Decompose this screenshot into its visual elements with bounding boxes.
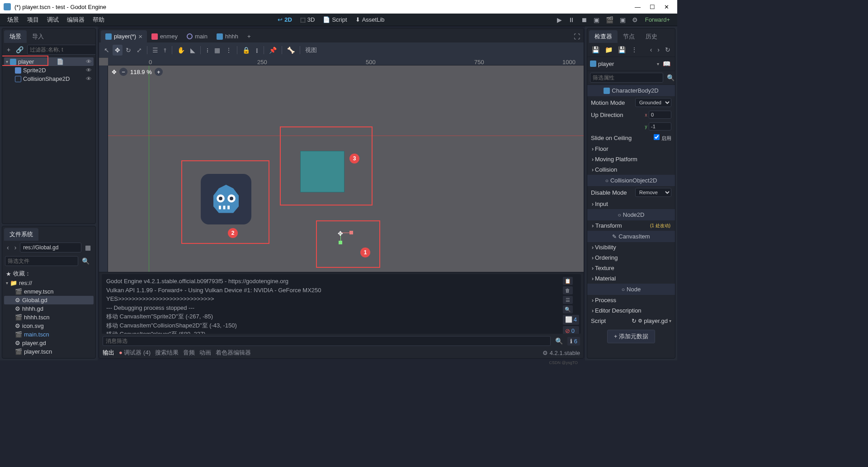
- group-moving-platform[interactable]: › Moving Platform: [587, 154, 675, 164]
- up-y-input[interactable]: [649, 122, 671, 131]
- fwd-icon[interactable]: ›: [656, 45, 661, 55]
- tab-search[interactable]: 搜索结果: [155, 349, 179, 357]
- menu-debug[interactable]: 调试: [43, 14, 62, 26]
- minimize-icon[interactable]: —: [635, 4, 641, 10]
- zoom-out-button[interactable]: −: [119, 68, 127, 76]
- mode-script[interactable]: 📄 Script: [319, 14, 350, 25]
- fs-file[interactable]: 🎬 enmey.tscn: [4, 287, 94, 296]
- search-icon[interactable]: 🔍: [553, 336, 565, 346]
- slide-checkbox[interactable]: [654, 134, 660, 140]
- add-metadata-button[interactable]: + 添加元数据: [607, 330, 655, 343]
- tab-output[interactable]: 输出: [103, 349, 114, 357]
- tab-filesystem[interactable]: 文件系统: [4, 228, 38, 241]
- view-menu[interactable]: 视图: [303, 44, 319, 56]
- tree-root-player[interactable]: ▾ player 📄 👁: [4, 57, 94, 66]
- back-icon[interactable]: ‹: [5, 243, 11, 252]
- copy-output-icon[interactable]: 📋: [563, 277, 573, 285]
- grid-tool[interactable]: ▦: [212, 45, 222, 56]
- insp-save-icon[interactable]: 💾: [590, 45, 601, 55]
- section-canvasitem[interactable]: ✎ CanvasItem: [587, 231, 675, 242]
- scene-tab-main[interactable]: main: [182, 31, 212, 42]
- list-tool[interactable]: ☰: [150, 45, 160, 56]
- scale-tool[interactable]: ⤢: [134, 45, 144, 56]
- fs-file[interactable]: ⚙ hhhh.gd: [4, 304, 94, 313]
- doc-icon[interactable]: 📖: [661, 59, 672, 69]
- zoom-in-button[interactable]: +: [155, 68, 163, 76]
- filesystem-path[interactable]: res://Global.gd: [20, 243, 81, 252]
- center-view-icon[interactable]: ✥: [112, 69, 117, 75]
- tab-shader[interactable]: 着色器编辑器: [216, 349, 251, 357]
- mode-2d[interactable]: ↩ 2D: [274, 14, 296, 25]
- motion-mode-select[interactable]: Grounded: [635, 98, 671, 107]
- distraction-free-icon[interactable]: ⛶: [572, 32, 582, 42]
- group-transform[interactable]: › Transform(1 处改动): [587, 220, 675, 231]
- back-icon[interactable]: ‹: [648, 45, 654, 55]
- error-red-badge[interactable]: ⊘0: [563, 326, 579, 334]
- up-x-input[interactable]: [649, 111, 671, 119]
- insp-disk-icon[interactable]: 💾: [616, 45, 627, 55]
- tab-debugger[interactable]: ● 调试器 (4): [119, 349, 151, 357]
- filesystem-filter-input[interactable]: [5, 256, 78, 266]
- fs-res-root[interactable]: ▾📁 res://: [4, 279, 94, 287]
- snap-tool[interactable]: ⫶: [203, 45, 211, 56]
- renderer-mode[interactable]: Forward+: [642, 14, 674, 25]
- scene-tab-enmey[interactable]: enmey: [147, 31, 182, 42]
- refresh-icon[interactable]: ↻: [663, 45, 672, 55]
- group-editor-desc[interactable]: › Editor Description: [587, 305, 675, 316]
- group-input[interactable]: › Input: [587, 199, 675, 209]
- fs-more-icon[interactable]: ⋮: [93, 256, 96, 266]
- scene-filter-input[interactable]: [27, 45, 96, 55]
- scene-tab-hhhh[interactable]: hhhh: [212, 31, 243, 42]
- render-icon[interactable]: ⚙: [629, 14, 641, 25]
- toggle-lines-icon[interactable]: ☰: [563, 296, 573, 304]
- inspected-object[interactable]: player: [598, 61, 655, 67]
- menu-project[interactable]: 项目: [24, 14, 42, 26]
- stop-button[interactable]: ⏹: [578, 14, 590, 25]
- fs-file[interactable]: ⚙ player.gd: [4, 339, 94, 347]
- clear-output-icon[interactable]: 🗑: [563, 286, 573, 294]
- pause-button[interactable]: ⏸: [566, 14, 577, 25]
- menu-scene[interactable]: 场景: [4, 14, 23, 26]
- group-visibility[interactable]: › Visibility: [587, 242, 675, 252]
- tab-node[interactable]: 节点: [618, 30, 640, 43]
- maximize-icon[interactable]: ☐: [650, 4, 655, 10]
- visibility-icon[interactable]: 👁: [86, 67, 92, 74]
- close-tab-icon[interactable]: ×: [138, 33, 142, 40]
- ruler2-tool[interactable]: ◣: [188, 45, 198, 56]
- tab-audio[interactable]: 音频: [183, 349, 195, 357]
- disable-mode-select[interactable]: Remove: [635, 188, 671, 197]
- lock-tool[interactable]: 🔒: [240, 45, 252, 56]
- menu-editor[interactable]: 编辑器: [63, 14, 88, 26]
- group-material[interactable]: › Material: [587, 273, 675, 284]
- tab-scene[interactable]: 场景: [4, 30, 27, 43]
- close-icon[interactable]: ✕: [664, 4, 669, 10]
- rotate-tool[interactable]: ↻: [123, 45, 133, 56]
- tab-inspector[interactable]: 检查器: [589, 30, 618, 43]
- fs-file[interactable]: 🎬 player.tscn: [4, 347, 94, 356]
- remote-button[interactable]: ▣: [591, 14, 602, 25]
- tab-animation[interactable]: 动画: [199, 349, 211, 357]
- pan-tool[interactable]: ✋: [175, 45, 187, 56]
- insp-load-icon[interactable]: 📁: [603, 45, 614, 55]
- inspector-filter-input[interactable]: [590, 73, 663, 83]
- snap-opts[interactable]: ⋮: [223, 45, 234, 56]
- mode-3d[interactable]: ⬚ 3D: [297, 14, 319, 25]
- output-console[interactable]: Godot Engine v4.2.1.stable.official.b09f…: [102, 274, 581, 334]
- visibility-icon[interactable]: 👁: [86, 75, 92, 82]
- section-characterbody2d[interactable]: CharacterBody2D: [587, 85, 675, 96]
- group-texture[interactable]: › Texture: [587, 263, 675, 273]
- fs-favorites[interactable]: ★ 收藏：: [4, 269, 94, 279]
- menu-help[interactable]: 帮助: [89, 14, 108, 26]
- tree-sprite2d[interactable]: Sprite2D 👁: [4, 66, 94, 75]
- move-tool[interactable]: ✥: [113, 45, 123, 56]
- new-tab-button[interactable]: +: [243, 31, 255, 42]
- fwd-icon[interactable]: ›: [13, 243, 19, 252]
- script-value[interactable]: player.gd: [644, 318, 668, 324]
- tree-collisionshape2d[interactable]: CollisionShape2D 👁: [4, 75, 94, 83]
- fs-file[interactable]: ⚙ Global.gd: [4, 296, 94, 304]
- group-tool[interactable]: ⫿: [253, 45, 261, 56]
- script-icon[interactable]: 📄: [57, 58, 64, 65]
- section-node2d[interactable]: ○ Node2D: [587, 209, 675, 220]
- fs-grid-icon[interactable]: ▦: [83, 243, 93, 252]
- search-icon[interactable]: 🔍: [80, 256, 91, 266]
